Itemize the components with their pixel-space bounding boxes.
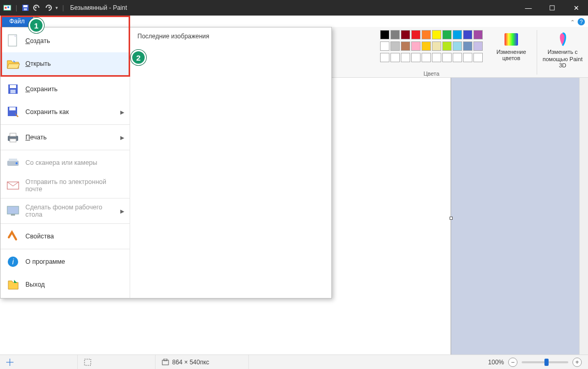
color-swatch[interactable] bbox=[390, 30, 400, 39]
canvas-size-icon bbox=[162, 359, 169, 366]
color-swatch[interactable] bbox=[442, 41, 452, 51]
zoom-slider-thumb[interactable] bbox=[544, 359, 549, 366]
maximize-button[interactable]: ☐ bbox=[540, 0, 564, 16]
color-swatch[interactable] bbox=[390, 53, 400, 62]
color-swatch[interactable] bbox=[473, 53, 483, 62]
menu-item-properties[interactable]: Свойства bbox=[1, 225, 130, 248]
menu-item-save-as-label: Сохранить как bbox=[25, 108, 115, 116]
menu-item-open-label: Открыть bbox=[25, 60, 124, 67]
qat-separator: | bbox=[16, 4, 17, 11]
save-file-icon bbox=[6, 82, 20, 96]
color-swatch[interactable] bbox=[401, 30, 410, 39]
zoom-slider[interactable] bbox=[522, 361, 568, 363]
svg-point-2 bbox=[7, 6, 9, 8]
menu-item-save[interactable]: Сохранить bbox=[1, 78, 130, 101]
svg-rect-14 bbox=[10, 133, 16, 136]
color-swatch[interactable] bbox=[422, 53, 431, 62]
menu-item-about[interactable]: i О программе bbox=[1, 250, 130, 273]
color-swatch[interactable] bbox=[411, 41, 421, 51]
help-icon[interactable]: ? bbox=[578, 18, 585, 25]
color-swatch[interactable] bbox=[380, 53, 389, 62]
open-folder-icon bbox=[6, 56, 20, 71]
color-swatch[interactable] bbox=[432, 41, 441, 51]
color-swatch[interactable] bbox=[380, 41, 389, 51]
resize-handle-right[interactable] bbox=[450, 217, 453, 220]
ribbon-separator bbox=[537, 30, 537, 75]
menu-item-print[interactable]: Печать ▶ bbox=[1, 126, 130, 149]
color-swatch[interactable] bbox=[442, 30, 452, 39]
menu-item-open[interactable]: Открыть bbox=[1, 52, 130, 75]
color-swatch[interactable] bbox=[432, 53, 441, 62]
menu-item-new[interactable]: Создать bbox=[1, 30, 130, 52]
color-swatch[interactable] bbox=[453, 30, 462, 39]
color-swatch[interactable] bbox=[432, 30, 441, 39]
svg-rect-21 bbox=[11, 214, 15, 216]
color-swatch[interactable] bbox=[390, 41, 400, 51]
color-swatch[interactable] bbox=[411, 53, 421, 62]
color-palette bbox=[380, 30, 483, 62]
color-swatch[interactable] bbox=[411, 30, 421, 39]
redo-icon[interactable] bbox=[44, 4, 52, 12]
edit-colors-button[interactable]: Изменение цветов bbox=[490, 30, 533, 61]
menu-item-desktop-bg[interactable]: Сделать фоном рабочего стола ▶ bbox=[1, 200, 130, 222]
color-swatch[interactable] bbox=[473, 41, 483, 51]
properties-icon bbox=[6, 229, 20, 244]
edit-colors-label: Изменение цветов bbox=[490, 49, 533, 61]
color-swatch[interactable] bbox=[380, 30, 389, 39]
cursor-position-icon bbox=[6, 359, 13, 366]
svg-rect-15 bbox=[10, 139, 16, 142]
menu-item-about-label: О программе bbox=[25, 258, 124, 265]
menu-item-print-label: Печать bbox=[25, 134, 115, 141]
minimize-button[interactable]: ― bbox=[516, 0, 540, 16]
paint3d-icon bbox=[554, 31, 571, 48]
color-swatch[interactable] bbox=[401, 41, 410, 51]
paint3d-label-1: Изменить с bbox=[548, 49, 578, 55]
menu-item-save-as[interactable]: Сохранить как ▶ bbox=[1, 101, 130, 123]
collapse-ribbon-icon[interactable]: ⌃ bbox=[570, 19, 575, 25]
status-bar: 864 × 540пкс 100% − + bbox=[0, 354, 588, 369]
menu-item-save-label: Сохранить bbox=[25, 86, 124, 93]
save-icon[interactable] bbox=[21, 4, 30, 12]
qat-dropdown-icon[interactable]: ▾ bbox=[55, 5, 58, 10]
recent-files-panel: Последние изображения bbox=[130, 27, 331, 298]
color-swatch[interactable] bbox=[463, 53, 472, 62]
color-swatch[interactable] bbox=[453, 41, 462, 51]
color-swatch[interactable] bbox=[422, 30, 431, 39]
recent-files-heading: Последние изображения bbox=[137, 33, 324, 40]
menu-divider bbox=[1, 124, 130, 125]
menu-item-email[interactable]: Отправить по электронной почте bbox=[1, 174, 130, 197]
menu-item-desktop-bg-label: Сделать фоном рабочего стола bbox=[25, 204, 115, 218]
color-swatch[interactable] bbox=[473, 30, 483, 39]
color-swatch[interactable] bbox=[401, 53, 410, 62]
paint3d-button[interactable]: Изменить с помощью Paint 3D bbox=[541, 30, 584, 68]
close-button[interactable]: ✕ bbox=[564, 0, 588, 16]
title-bar: | ▾ | Безымянный - Paint ― ☐ ✕ bbox=[0, 0, 588, 16]
selection-size-icon bbox=[84, 359, 91, 366]
color-swatch[interactable] bbox=[463, 41, 472, 51]
zoom-out-button[interactable]: − bbox=[508, 358, 517, 367]
email-icon bbox=[6, 178, 20, 193]
color-swatch[interactable] bbox=[422, 41, 431, 51]
menu-item-new-label: Создать bbox=[25, 37, 124, 45]
menu-divider bbox=[1, 249, 130, 249]
menu-item-scanner[interactable]: Со сканера или камеры bbox=[1, 151, 130, 174]
menu-item-exit[interactable]: Выход bbox=[1, 273, 130, 296]
canvas-dimensions: 864 × 540пкс bbox=[172, 359, 209, 366]
svg-rect-9 bbox=[10, 85, 16, 88]
color-swatch[interactable] bbox=[453, 53, 462, 62]
zoom-in-button[interactable]: + bbox=[572, 358, 582, 367]
menu-item-email-label: Отправить по электронной почте bbox=[25, 178, 124, 193]
color-swatch[interactable] bbox=[463, 30, 472, 39]
vertical-scrollbar[interactable] bbox=[579, 78, 588, 354]
menu-item-exit-label: Выход bbox=[25, 281, 124, 288]
svg-rect-17 bbox=[9, 159, 17, 161]
undo-icon[interactable] bbox=[33, 4, 41, 12]
printer-icon bbox=[6, 130, 20, 145]
menu-item-properties-label: Свойства bbox=[25, 233, 124, 240]
zoom-level: 100% bbox=[488, 359, 504, 366]
color-swatch[interactable] bbox=[442, 53, 452, 62]
paint-app-icon bbox=[3, 4, 11, 12]
edit-colors-icon bbox=[503, 31, 520, 48]
svg-point-18 bbox=[16, 162, 18, 164]
svg-rect-12 bbox=[9, 107, 16, 110]
